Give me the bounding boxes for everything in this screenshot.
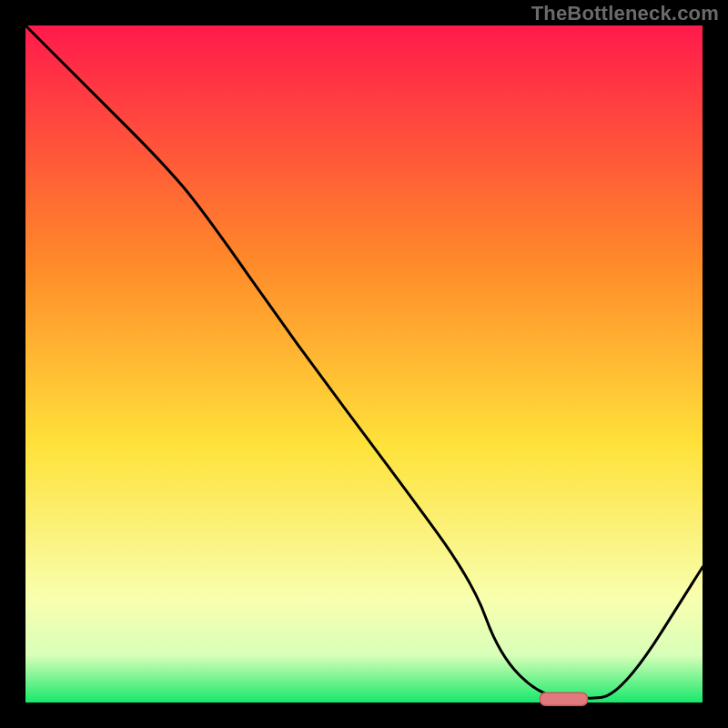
chart-frame: { "watermark": "TheBottleneck.com", "col… [0, 0, 728, 728]
bottleneck-chart [0, 0, 728, 728]
optimal-marker [540, 693, 587, 705]
